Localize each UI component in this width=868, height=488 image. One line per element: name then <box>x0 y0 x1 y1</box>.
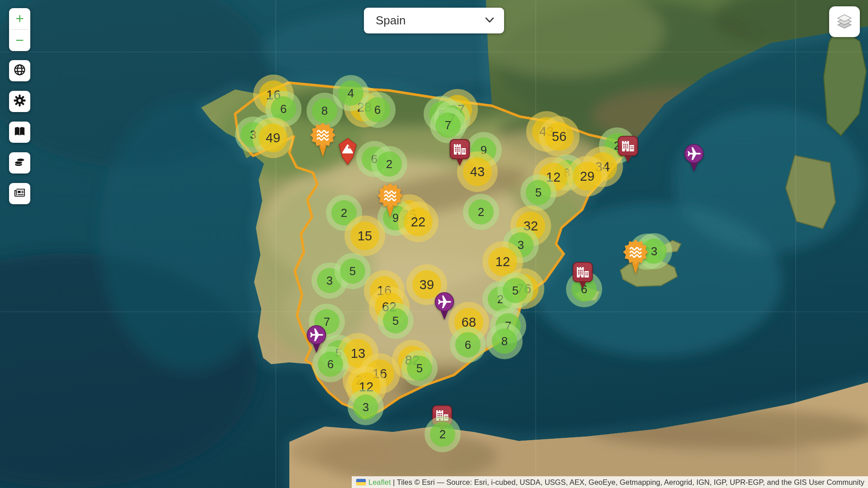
airplane-icon <box>684 166 704 174</box>
sidebar-button-globe[interactable] <box>9 60 30 81</box>
cluster-count: 5 <box>526 180 551 205</box>
cluster-count: 5 <box>503 278 528 303</box>
globe-icon <box>14 64 26 78</box>
attribution-bar: Leaflet | Tiles © Esri — Source: Esri, i… <box>352 476 868 488</box>
cluster-count: 8 <box>492 328 517 354</box>
airplane-icon <box>434 314 455 322</box>
layers-icon <box>836 13 853 31</box>
sidebar-button-coins[interactable] <box>9 152 30 174</box>
cluster-marker[interactable]: 6 <box>450 327 486 363</box>
cluster-marker[interactable]: 7 <box>430 107 466 143</box>
country-select[interactable]: Spain <box>364 8 504 33</box>
building-icon <box>449 160 470 168</box>
sea-pin[interactable] <box>623 239 649 277</box>
book-icon <box>14 125 26 139</box>
newspaper-icon <box>14 187 26 201</box>
cluster-marker[interactable]: 2 <box>425 416 461 452</box>
sea-pin[interactable] <box>310 122 336 160</box>
zoom-control: + − <box>9 8 30 51</box>
coins-icon <box>14 156 26 170</box>
cluster-count: 4 <box>338 80 363 106</box>
cluster-marker[interactable]: 5 <box>497 272 533 309</box>
sea-pin[interactable] <box>377 183 403 221</box>
cluster-marker[interactable]: 6 <box>359 92 396 128</box>
cluster-marker[interactable]: 2 <box>463 194 499 230</box>
cluster-marker[interactable]: 29 <box>567 156 608 197</box>
cluster-count: 6 <box>455 332 481 357</box>
city-pin[interactable] <box>572 262 593 291</box>
cluster-count: 56 <box>545 122 574 151</box>
waves-icon <box>310 152 336 160</box>
country-select-value: Spain <box>376 14 406 28</box>
cluster-count: 8 <box>312 98 337 123</box>
sidebar-button-book[interactable] <box>9 122 30 143</box>
city-pin[interactable] <box>449 139 470 169</box>
cluster-count: 49 <box>259 123 288 152</box>
mountain-icon <box>338 159 358 167</box>
map-app: 4978728432522827673261668463497625694383… <box>0 0 868 488</box>
ukraine-flag-icon <box>356 479 366 485</box>
attribution-text: | Tiles © Esri — Source: Esri, i-cubed, … <box>391 478 864 487</box>
building-icon <box>572 283 593 291</box>
cluster-count: 5 <box>407 356 432 381</box>
cluster-marker[interactable]: 2 <box>371 146 407 182</box>
cluster-count: 3 <box>353 394 378 420</box>
sidebar-button-gear[interactable] <box>9 91 30 112</box>
airplane-icon <box>306 347 327 355</box>
mountain-pin[interactable] <box>338 137 358 167</box>
cluster-marker[interactable]: 3 <box>348 389 384 425</box>
sidebar-toolbar <box>9 60 30 204</box>
airport-pin[interactable] <box>306 325 327 356</box>
cluster-marker[interactable]: 49 <box>253 117 293 158</box>
cluster-marker[interactable]: 8 <box>486 323 523 359</box>
cluster-count: 2 <box>430 422 455 447</box>
waves-icon <box>623 269 649 277</box>
cluster-count: 6 <box>365 97 390 122</box>
cluster-count: 22 <box>404 207 433 236</box>
cluster-marker[interactable]: 15 <box>344 216 385 256</box>
zoom-in-button[interactable]: + <box>9 8 30 29</box>
cluster-count: 7 <box>435 113 461 138</box>
cluster-count: 29 <box>573 162 602 191</box>
cluster-count: 5 <box>340 258 365 284</box>
cluster-marker[interactable]: 5 <box>520 174 557 211</box>
waves-icon <box>377 212 403 220</box>
cluster-count: 12 <box>488 247 517 276</box>
cluster-marker[interactable]: 22 <box>398 202 439 242</box>
zoom-out-button[interactable]: − <box>9 30 30 51</box>
cluster-count: 15 <box>350 221 379 250</box>
cluster-count: 2 <box>377 151 402 177</box>
layers-control[interactable] <box>829 6 860 37</box>
chevron-down-icon <box>485 17 494 25</box>
cluster-count: 5 <box>383 308 408 333</box>
cluster-marker[interactable]: 56 <box>539 116 580 157</box>
city-pin[interactable] <box>618 136 638 165</box>
sidebar-button-newspaper[interactable] <box>9 183 30 204</box>
cluster-marker[interactable]: 5 <box>377 303 414 339</box>
airport-pin[interactable] <box>434 292 455 323</box>
building-icon <box>618 157 638 165</box>
airport-pin[interactable] <box>684 144 704 174</box>
cluster-count: 2 <box>468 199 494 225</box>
gear-icon <box>14 94 26 108</box>
cluster-marker[interactable]: 5 <box>401 350 438 386</box>
leaflet-link[interactable]: Leaflet <box>368 478 391 487</box>
